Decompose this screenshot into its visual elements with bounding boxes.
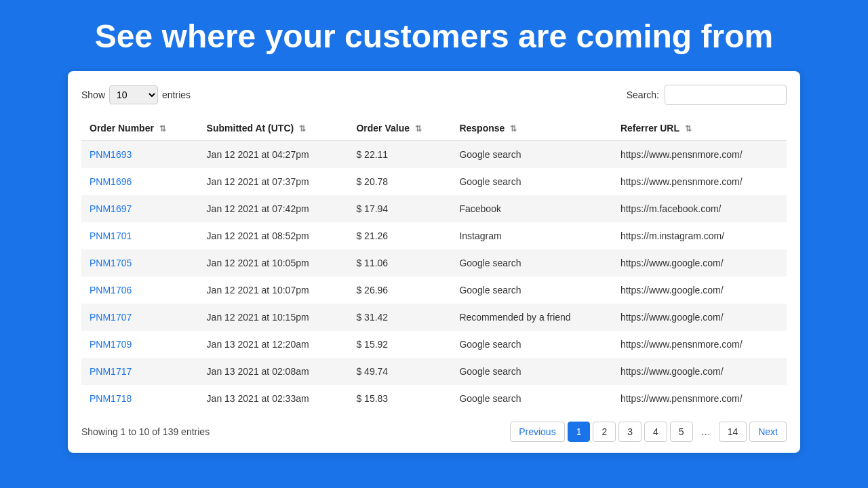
table-row: PNM1693Jan 12 2021 at 04:27pm$ 22.11Goog… xyxy=(81,140,787,168)
cell-response: Google search xyxy=(451,331,612,358)
entries-select[interactable]: 10 25 50 100 xyxy=(109,85,158,104)
col-order-value[interactable]: Order Value ⇅ xyxy=(348,116,451,141)
cell-order-number: PNM1696 xyxy=(81,168,199,195)
col-referrer[interactable]: Referrer URL ⇅ xyxy=(612,116,787,141)
cell-response: Google search xyxy=(451,249,612,277)
cell-referrer-url: https://www.pensnmore.com/ xyxy=(612,168,787,195)
page-3-button[interactable]: 3 xyxy=(618,422,642,442)
order-number-link[interactable]: PNM1693 xyxy=(90,149,132,160)
table-container: Show 10 25 50 100 entries Search: Order … xyxy=(68,71,800,453)
cell-order-value: $ 17.94 xyxy=(348,195,451,222)
cell-order-number: PNM1705 xyxy=(81,249,199,277)
order-number-link[interactable]: PNM1718 xyxy=(90,393,132,404)
cell-response: Recommended by a friend xyxy=(451,304,612,331)
order-number-link[interactable]: PNM1701 xyxy=(90,230,132,241)
order-number-link[interactable]: PNM1717 xyxy=(90,366,132,377)
page-5-button[interactable]: 5 xyxy=(670,422,693,442)
entries-label: entries xyxy=(162,89,191,100)
cell-referrer-url: https://www.google.com/ xyxy=(612,358,787,385)
cell-order-number: PNM1718 xyxy=(81,385,199,412)
order-number-link[interactable]: PNM1706 xyxy=(90,285,132,296)
ellipsis: … xyxy=(696,422,716,441)
cell-order-value: $ 49.74 xyxy=(348,358,451,385)
cell-order-number: PNM1706 xyxy=(81,277,199,304)
order-number-link[interactable]: PNM1696 xyxy=(90,176,132,187)
sort-icon-order: ⇅ xyxy=(159,124,166,134)
sort-icon-response: ⇅ xyxy=(510,124,517,134)
search-input[interactable] xyxy=(665,85,787,105)
cell-response: Google search xyxy=(451,277,612,304)
cell-submitted-at: Jan 12 2021 at 07:42pm xyxy=(199,195,349,222)
cell-referrer-url: https://m.instagram.com/ xyxy=(612,222,787,249)
page-14-button[interactable]: 14 xyxy=(719,422,747,442)
cell-order-value: $ 31.42 xyxy=(348,304,451,331)
cell-order-value: $ 11.06 xyxy=(348,249,451,277)
col-order-number[interactable]: Order Number ⇅ xyxy=(81,116,199,141)
page-1-button[interactable]: 1 xyxy=(568,422,591,442)
cell-referrer-url: https://www.google.com/ xyxy=(612,304,787,331)
table-row: PNM1709Jan 13 2021 at 12:20am$ 15.92Goog… xyxy=(81,331,787,358)
table-row: PNM1707Jan 12 2021 at 10:15pm$ 31.42Reco… xyxy=(81,304,787,331)
previous-button[interactable]: Previous xyxy=(510,422,564,442)
cell-order-number: PNM1717 xyxy=(81,358,199,385)
show-entries-control: Show 10 25 50 100 entries xyxy=(81,85,191,104)
order-number-link[interactable]: PNM1697 xyxy=(90,203,132,214)
cell-order-value: $ 20.78 xyxy=(348,168,451,195)
cell-submitted-at: Jan 12 2021 at 10:05pm xyxy=(199,249,349,277)
table-header: Order Number ⇅ Submitted At (UTC) ⇅ Orde… xyxy=(81,116,787,141)
showing-text: Showing 1 to 10 of 139 entries xyxy=(81,426,210,437)
search-area: Search: xyxy=(627,85,787,105)
table-row: PNM1717Jan 13 2021 at 02:08am$ 49.74Goog… xyxy=(81,358,787,385)
search-label: Search: xyxy=(627,89,659,100)
page-2-button[interactable]: 2 xyxy=(593,422,616,442)
cell-submitted-at: Jan 12 2021 at 08:52pm xyxy=(199,222,349,249)
cell-order-value: $ 26.96 xyxy=(348,277,451,304)
cell-order-value: $ 21.26 xyxy=(348,222,451,249)
cell-response: Facebook xyxy=(451,195,612,222)
table-row: PNM1701Jan 12 2021 at 08:52pm$ 21.26Inst… xyxy=(81,222,787,249)
table-row: PNM1718Jan 13 2021 at 02:33am$ 15.83Goog… xyxy=(81,385,787,412)
table-controls-top: Show 10 25 50 100 entries Search: xyxy=(81,85,787,105)
cell-referrer-url: https://www.google.com/ xyxy=(612,277,787,304)
cell-order-number: PNM1709 xyxy=(81,331,199,358)
cell-referrer-url: https://www.pensnmore.com/ xyxy=(612,331,787,358)
table-body: PNM1693Jan 12 2021 at 04:27pm$ 22.11Goog… xyxy=(81,140,787,412)
cell-submitted-at: Jan 13 2021 at 12:20am xyxy=(199,331,349,358)
order-number-link[interactable]: PNM1707 xyxy=(90,312,132,323)
cell-response: Google search xyxy=(451,358,612,385)
table-row: PNM1697Jan 12 2021 at 07:42pm$ 17.94Face… xyxy=(81,195,787,222)
cell-response: Google search xyxy=(451,168,612,195)
page-4-button[interactable]: 4 xyxy=(644,422,667,442)
next-button[interactable]: Next xyxy=(749,422,787,442)
cell-referrer-url: https://www.pensnmore.com/ xyxy=(612,140,787,168)
show-label: Show xyxy=(81,89,105,100)
order-number-link[interactable]: PNM1709 xyxy=(90,339,132,350)
col-response[interactable]: Response ⇅ xyxy=(451,116,612,141)
cell-order-number: PNM1707 xyxy=(81,304,199,331)
cell-referrer-url: https://www.pensnmore.com/ xyxy=(612,385,787,412)
cell-submitted-at: Jan 12 2021 at 07:37pm xyxy=(199,168,349,195)
cell-order-number: PNM1697 xyxy=(81,195,199,222)
pagination: Previous 1 2 3 4 5 … 14 Next xyxy=(510,422,787,442)
cell-order-value: $ 22.11 xyxy=(348,140,451,168)
cell-order-value: $ 15.92 xyxy=(348,331,451,358)
sort-icon-submitted: ⇅ xyxy=(299,124,306,134)
cell-response: Instagram xyxy=(451,222,612,249)
cell-order-number: PNM1701 xyxy=(81,222,199,249)
col-submitted-at[interactable]: Submitted At (UTC) ⇅ xyxy=(199,116,349,141)
orders-table: Order Number ⇅ Submitted At (UTC) ⇅ Orde… xyxy=(81,116,787,412)
sort-icon-referrer: ⇅ xyxy=(685,124,692,134)
order-number-link[interactable]: PNM1705 xyxy=(90,258,132,268)
cell-order-value: $ 15.83 xyxy=(348,385,451,412)
cell-submitted-at: Jan 12 2021 at 04:27pm xyxy=(199,140,349,168)
table-row: PNM1706Jan 12 2021 at 10:07pm$ 26.96Goog… xyxy=(81,277,787,304)
page-title: See where your customers are coming from xyxy=(68,0,800,71)
cell-referrer-url: https://m.facebook.com/ xyxy=(612,195,787,222)
cell-submitted-at: Jan 13 2021 at 02:33am xyxy=(199,385,349,412)
sort-icon-value: ⇅ xyxy=(415,124,422,134)
cell-referrer-url: https://www.google.com/ xyxy=(612,249,787,277)
cell-submitted-at: Jan 12 2021 at 10:07pm xyxy=(199,277,349,304)
table-row: PNM1696Jan 12 2021 at 07:37pm$ 20.78Goog… xyxy=(81,168,787,195)
table-controls-bottom: Showing 1 to 10 of 139 entries Previous … xyxy=(81,422,787,442)
cell-submitted-at: Jan 13 2021 at 02:08am xyxy=(199,358,349,385)
